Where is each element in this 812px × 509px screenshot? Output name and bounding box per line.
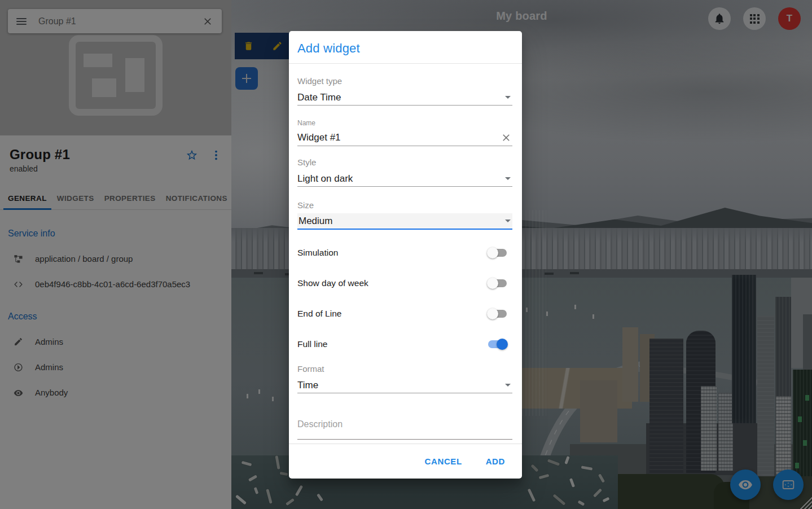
simulation-toggle[interactable] [487,247,508,258]
toggle-row-end-of-line: End of Line [297,299,512,329]
cancel-button[interactable]: CANCEL [425,457,462,466]
format-field: Format Time [297,364,512,393]
toggle-row-show-day-of-week: Show day of week [297,268,512,299]
size-select[interactable]: Medium [297,213,512,230]
full-line-toggle[interactable] [487,339,508,350]
chevron-down-icon [505,220,511,222]
toggle-row-full-line: Full line [297,329,512,359]
description-field [297,409,512,440]
chevron-down-icon [505,96,511,99]
add-widget-dialog: Add widget Widget type Date Time Name [289,31,522,479]
size-field: Size Medium [297,200,512,230]
format-select[interactable]: Time [297,378,512,393]
end-of-line-toggle[interactable] [487,308,508,319]
size-label: Size [297,200,512,210]
chevron-down-icon [505,177,511,180]
format-label: Format [297,364,512,374]
chevron-down-icon [505,384,511,387]
name-input[interactable] [297,132,501,143]
add-button[interactable]: ADD [486,457,505,466]
dialog-actions: CANCEL ADD [289,444,522,479]
widget-type-label: Widget type [297,76,512,86]
style-field: Style Light on dark [297,157,512,187]
show-day-of-week-toggle[interactable] [487,278,508,289]
widget-type-field: Widget type Date Time [297,76,512,106]
dialog-title: Add widget [297,41,508,56]
toggle-list: Simulation Show day of week End of Line … [297,238,512,359]
app-window: Group #1 Group #1 enabled GENERAL [0,0,812,509]
style-label: Style [297,157,512,168]
widget-type-select[interactable]: Date Time [297,90,512,106]
name-field: Name [297,119,512,146]
name-label: Name [297,119,512,127]
style-select[interactable]: Light on dark [297,171,512,187]
clear-icon[interactable] [501,132,512,143]
toggle-row-simulation: Simulation [297,238,512,268]
description-input[interactable] [297,409,512,440]
